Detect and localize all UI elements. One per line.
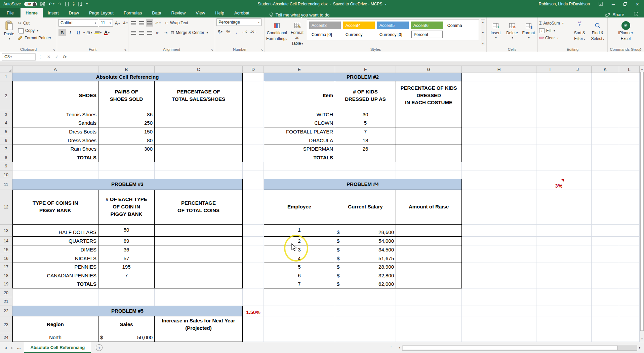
cell-E15[interactable]: 3 <box>264 245 335 254</box>
column-header-I[interactable]: I <box>536 66 564 73</box>
column-header-D[interactable]: D <box>243 66 264 73</box>
cell-B18[interactable]: 7 <box>98 271 155 280</box>
tab-help[interactable]: Help <box>210 8 229 17</box>
cell-B12[interactable]: # OF EACH TYPE OF COIN IN PIGGY BANK <box>98 190 155 225</box>
conditional-formatting-button[interactable]: Conditional Formatting▾ <box>266 18 287 46</box>
cell-C6[interactable] <box>155 136 243 145</box>
tab-split-handle[interactable]: ⋮ <box>389 346 393 350</box>
row-header-12[interactable]: 12 <box>0 190 12 225</box>
cell-A1[interactable]: Absolute Cell Referencing <box>12 73 243 81</box>
cut-button[interactable]: ✂ Cut <box>18 19 51 27</box>
delete-cells-button[interactable]: ✕ Delete ▾ <box>505 18 520 46</box>
tab-review[interactable]: Review <box>166 8 191 17</box>
align-left-button[interactable] <box>130 29 137 36</box>
cell-A2[interactable]: SHOES <box>12 81 98 110</box>
cell-B6[interactable]: 80 <box>98 136 155 145</box>
cell-A7[interactable]: Rain Shoes <box>12 145 98 153</box>
tab-insert[interactable]: Insert <box>43 8 64 17</box>
row-header-14[interactable]: 14 <box>0 237 12 245</box>
cell-G6[interactable] <box>396 136 462 145</box>
cell-E3[interactable]: WITCH <box>264 110 335 119</box>
row-header-11[interactable]: 11 <box>0 179 12 190</box>
cell-D22[interactable]: 1.50% <box>243 306 264 316</box>
cell-C16[interactable] <box>155 254 243 263</box>
row-header-13[interactable]: 13 <box>0 225 12 237</box>
align-right-button[interactable] <box>146 29 153 36</box>
style-chip-accent4[interactable]: Accent4 <box>343 22 375 29</box>
cell-C18[interactable] <box>155 271 243 280</box>
scroll-up-button[interactable]: ▴ <box>640 66 644 72</box>
format-as-table-button[interactable]: ✎ Format as Table▾ <box>289 18 305 46</box>
underline-button[interactable]: U <box>75 29 82 36</box>
share-button[interactable]: Share <box>605 12 624 17</box>
row-header-18[interactable]: 18 <box>0 271 12 280</box>
cell-F8[interactable] <box>335 153 396 162</box>
column-header-E[interactable]: E <box>264 66 335 73</box>
cell-B24[interactable]: $50,000 <box>98 333 155 342</box>
cell-C8[interactable] <box>155 153 243 162</box>
row-header-22[interactable]: 22 <box>0 306 12 316</box>
tab-acrobat[interactable]: Acrobat <box>229 8 254 17</box>
cell-C2[interactable]: PERCENTAGE OF TOTAL SALES/SHOES <box>155 81 243 110</box>
select-all-corner[interactable] <box>0 66 12 73</box>
cell-B4[interactable]: 250 <box>98 119 155 127</box>
row-header-15[interactable]: 15 <box>0 245 12 254</box>
style-chip-accent6[interactable]: Accent6 <box>411 22 443 29</box>
row-header-21[interactable]: 21 <box>0 297 12 306</box>
formula-bar-splitter[interactable]: ⋮ <box>38 55 42 59</box>
insert-cells-button[interactable]: + Insert ▾ <box>488 18 503 46</box>
comma-style-button[interactable]: , <box>233 28 240 35</box>
style-chip-comma-0-[interactable]: Comma [0] <box>309 31 341 38</box>
cell-E4[interactable]: CLOWN <box>264 119 335 127</box>
cell-A19[interactable]: TOTALS <box>12 280 98 288</box>
redo-button[interactable]: ↷ <box>58 2 62 6</box>
new-sheet-button[interactable]: + <box>96 344 103 351</box>
vertical-scroll-thumb[interactable] <box>640 72 644 331</box>
tab-data[interactable]: Data <box>147 8 166 17</box>
cell-E8[interactable]: TOTALS <box>264 153 335 162</box>
cell-A6[interactable]: Dress Shoes <box>12 136 98 145</box>
cell-A24[interactable]: North <box>12 333 98 342</box>
sort-ascending-button[interactable]: AZ <box>73 1 74 7</box>
row-header-16[interactable]: 16 <box>0 254 12 263</box>
cell-B8[interactable] <box>98 153 155 162</box>
row-header-24[interactable]: 24 <box>0 333 12 342</box>
cell-E1[interactable]: PROBLEM #2 <box>264 73 462 81</box>
horizontal-scroll-thumb[interactable] <box>403 346 618 350</box>
number-dialog-launcher[interactable]: ⇘ <box>260 48 263 51</box>
row-header-7[interactable]: 7 <box>0 145 12 153</box>
cell-B2[interactable]: PAIRS OF SHOES SOLD <box>98 81 155 110</box>
cell-C23[interactable]: Increase in Sales for Next Year (Project… <box>155 316 243 333</box>
cell-A17[interactable]: PENNIES <box>12 263 98 271</box>
worksheet-grid[interactable]: ABCDEFGHIJKL1234567891011121314151617181… <box>0 66 644 342</box>
format-cells-button[interactable]: ▮ Format ▾ <box>521 18 536 46</box>
cell-F15[interactable]: $34,500 <box>335 245 396 254</box>
column-header-F[interactable]: F <box>335 66 396 73</box>
user-name[interactable]: Robinson, Linda R/Davidson <box>539 2 590 6</box>
cell-G15[interactable] <box>396 245 462 254</box>
cell-A4[interactable]: Sandals <box>12 119 98 127</box>
cell-B14[interactable]: 89 <box>98 237 155 245</box>
cell-E13[interactable]: 1 <box>264 225 335 237</box>
style-chip-accent3[interactable]: Accent3 <box>309 22 341 29</box>
alignment-dialog-launcher[interactable]: ⇘ <box>211 48 213 51</box>
clipboard-dialog-launcher[interactable]: ⇘ <box>53 48 55 51</box>
vertical-scrollbar[interactable]: ▴ ▾ <box>640 66 644 342</box>
cell-I11[interactable]: 3% <box>536 179 564 190</box>
name-box[interactable]: C3▾ <box>2 53 36 61</box>
cell-G4[interactable] <box>396 119 462 127</box>
cell-A5[interactable]: Dress Boots <box>12 127 98 136</box>
styles-gallery-scroll[interactable]: ▴ ▾ ▾ <box>481 19 485 46</box>
ribbon-display-options-button[interactable] <box>599 2 603 7</box>
cell-C4[interactable] <box>155 119 243 127</box>
column-header-L[interactable]: L <box>619 66 640 73</box>
scroll-right-button[interactable]: ▸ <box>637 345 643 351</box>
cell-A11[interactable]: PROBLEM #3 <box>12 179 243 190</box>
cell-F5[interactable]: 7 <box>335 127 396 136</box>
cancel-entry-button[interactable]: ✕ <box>45 54 53 59</box>
quick-print-button[interactable] <box>65 2 69 6</box>
print-preview-button[interactable] <box>78 2 82 6</box>
style-chip-currency-0-[interactable]: Currency [0] <box>377 31 409 38</box>
copy-button[interactable]: Copy ▾ <box>18 27 51 34</box>
style-chip-accent5[interactable]: Accent5 <box>377 22 409 29</box>
